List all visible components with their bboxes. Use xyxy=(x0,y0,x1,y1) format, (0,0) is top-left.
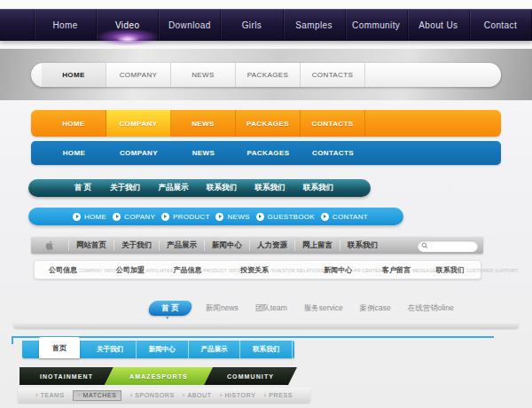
sky-tab-about[interactable]: 关于我们 xyxy=(84,341,137,358)
gray-item-news[interactable]: 新闻中心 xyxy=(204,240,249,251)
dual-item-affiliates[interactable]: 公司加盟 AFFILIATES xyxy=(116,265,174,275)
teal-item-about[interactable]: 关于我们 xyxy=(110,183,140,193)
dual-item-productinfo[interactable]: 产品信息 PRODUCT INFO xyxy=(173,265,240,275)
sky-tab-news[interactable]: 新闻中心 xyxy=(137,341,189,358)
link-online[interactable]: 在线营销oline xyxy=(408,303,454,314)
blue-tab-contacts[interactable]: CONTACTS xyxy=(301,141,365,165)
sub-item-press[interactable]: › PRESS xyxy=(264,392,293,399)
gray-item-guestbook[interactable]: 网上留言 xyxy=(294,240,340,251)
sub-item-history[interactable]: › HISTORY xyxy=(220,392,256,399)
pill-item-guestbook[interactable]: GUESTBOOK xyxy=(256,213,315,221)
sub-item-label: SPONSORS xyxy=(135,392,174,398)
nav-item-home[interactable]: Home xyxy=(34,10,96,41)
teal-item-products[interactable]: 产品展示 xyxy=(158,183,188,193)
tab-home[interactable]: HOME xyxy=(42,63,106,87)
tab-company[interactable]: COMPANY xyxy=(106,63,171,87)
link-team[interactable]: 团队team xyxy=(255,303,287,314)
link-service[interactable]: 服务service xyxy=(304,303,343,314)
orange-tab-news[interactable]: NEWS xyxy=(171,110,236,137)
swoosh-line-bend xyxy=(12,336,13,344)
link-news[interactable]: 新闻news xyxy=(206,303,239,314)
pill-item-contant[interactable]: CONTANT xyxy=(321,213,368,221)
bullet-circle-icon xyxy=(321,213,329,221)
dual-en-label: COMPANY INFO xyxy=(79,268,116,273)
orange-tab-company[interactable]: COMPANY xyxy=(106,110,171,137)
arrow-right-icon xyxy=(116,215,119,218)
teal-item-home[interactable]: 首 页 xyxy=(74,183,91,193)
dual-zh-label: 投资关系 xyxy=(240,265,269,275)
nav-item-girls[interactable]: Girls xyxy=(220,10,282,41)
sky-tab-products[interactable]: 产品展示 xyxy=(189,341,241,358)
home-button[interactable]: 首 页 xyxy=(149,301,192,316)
pill-item-product[interactable]: PRODUCT xyxy=(161,213,210,221)
gray-item-hr[interactable]: 人力资源 xyxy=(249,240,294,251)
sports-tab-amazesports[interactable]: AMAZESPORTS xyxy=(105,367,213,385)
gray-item-contact[interactable]: 联系我们 xyxy=(340,240,385,251)
dual-zh-label: 公司加盟 xyxy=(116,265,145,275)
nav-item-video[interactable]: Video xyxy=(96,10,158,41)
dual-item-investor[interactable]: 投资关系 INVESTOR RELATIONS xyxy=(240,265,324,275)
dual-item-message[interactable]: 客户留言 MESSAGE xyxy=(382,265,436,275)
tab-news[interactable]: NEWS xyxy=(171,63,236,87)
sports-tab-inotainment[interactable]: INOTAINMENT xyxy=(20,367,113,385)
dual-item-companyinfo[interactable]: 公司信息 COMPANY INFO xyxy=(49,265,116,275)
search-box[interactable] xyxy=(418,240,478,252)
tab-contacts[interactable]: CONTACTS xyxy=(301,63,365,87)
blue-tab-packages[interactable]: PACKAGES xyxy=(236,141,301,165)
search-icon xyxy=(421,242,428,249)
glow-highlight xyxy=(95,28,160,46)
sky-tab-contact[interactable]: 联系我们 xyxy=(240,341,293,358)
tab-packages[interactable]: PACKAGES xyxy=(236,63,301,87)
sub-item-label: TEAMS xyxy=(41,392,65,398)
nav-item-samples[interactable]: Samples xyxy=(283,10,345,41)
blue-tab-news[interactable]: NEWS xyxy=(171,141,236,165)
dual-zh-label: 联系我们 xyxy=(436,265,465,275)
orange-nav-bar: HOME COMPANY NEWS PACKAGES CONTACTS xyxy=(31,110,501,137)
sky-tab-items: 关于我们 新闻中心 产品展示 联系我们 xyxy=(84,341,293,358)
sub-item-matches[interactable]: › MATCHES xyxy=(73,390,122,401)
teal-item-contact2[interactable]: 联系我们 xyxy=(254,183,285,193)
sub-item-label: ABOUT xyxy=(187,392,211,398)
sky-tab-home-active[interactable]: 首页 xyxy=(39,337,80,358)
nav-item-download[interactable]: Download xyxy=(158,10,220,41)
link-case[interactable]: 案例case xyxy=(360,303,391,314)
pill-item-copany[interactable]: COPANY xyxy=(113,213,155,221)
nav-item-aboutus[interactable]: About Us xyxy=(407,10,469,41)
orange-tab-contacts[interactable]: CONTACTS xyxy=(301,110,365,137)
blue-tab-home[interactable]: HOME xyxy=(42,141,106,165)
teal-item-contact1[interactable]: 联系我们 xyxy=(207,183,237,193)
pill-item-news[interactable]: NEWS xyxy=(215,213,249,221)
blue-tab-company[interactable]: COMPANY xyxy=(106,141,171,165)
search-input[interactable] xyxy=(430,241,474,251)
bullet-circle-icon xyxy=(215,213,223,221)
sub-item-teams[interactable]: › TEAMS xyxy=(35,392,65,399)
orange-tab-home[interactable]: HOME xyxy=(42,110,106,137)
pill-item-label: CONTANT xyxy=(332,213,368,221)
chevron-bullet-icon: › xyxy=(264,392,267,399)
pill-item-label: HOME xyxy=(84,213,106,221)
sports-tab-community[interactable]: COMMUNITY xyxy=(204,367,297,385)
sub-item-about[interactable]: › ABOUT xyxy=(183,392,212,399)
nav-item-contact[interactable]: Contact xyxy=(469,10,532,41)
dual-zh-label: 客户留言 xyxy=(382,265,411,275)
dual-zh-label: 新闻中心 xyxy=(324,265,352,275)
arrow-right-icon xyxy=(324,215,326,218)
text-link-row: 新闻news 团队team 服务service 案例case 在线营销oline xyxy=(206,301,454,316)
dual-item-prcenter[interactable]: 新闻中心 PR CENTER xyxy=(324,265,382,275)
orange-tab-packages[interactable]: PACKAGES xyxy=(236,110,301,137)
teal-item-contact3[interactable]: 联系我们 xyxy=(303,183,333,193)
dual-en-label: INVESTOR RELATIONS xyxy=(270,268,324,273)
gray-item-products[interactable]: 产品展示 xyxy=(159,240,204,251)
nav-item-video-label: Video xyxy=(115,20,139,30)
pill-item-home[interactable]: HOME xyxy=(73,213,106,221)
gray-item-about[interactable]: 关于我们 xyxy=(113,240,159,251)
gray-item-home[interactable]: 网站首页 xyxy=(68,240,113,251)
blue-pill-nav: HOME COPANY PRODUCT NEWS GUESTBOOK CONTA… xyxy=(28,208,403,225)
nav-item-community[interactable]: Community xyxy=(345,10,407,41)
dual-en-label: CUSTOMER SUPPORT xyxy=(466,268,519,273)
dual-zh-label: 产品信息 xyxy=(173,265,201,275)
dual-item-support[interactable]: 联系我们 CUSTOMER SUPPORT xyxy=(436,265,519,275)
blue-nav-bar: HOME COMPANY NEWS PACKAGES CONTACTS xyxy=(31,141,501,165)
dual-en-label: PRODUCT INFO xyxy=(203,268,240,273)
sub-item-sponsors[interactable]: › SPONSORS xyxy=(130,392,175,399)
